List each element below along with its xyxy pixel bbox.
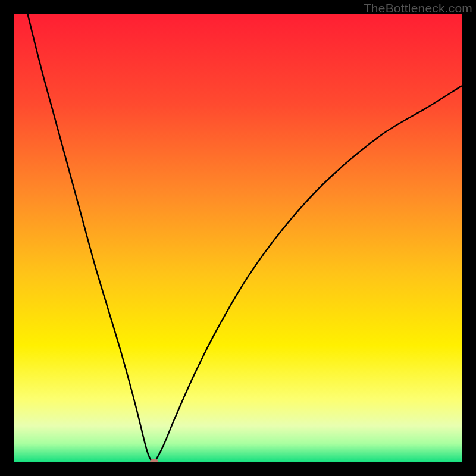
minimum-point-marker [150, 459, 158, 462]
curve-layer [14, 14, 462, 462]
bottleneck-curve [28, 14, 462, 462]
plot-area [14, 14, 462, 462]
watermark-label: TheBottleneck.com [364, 1, 472, 15]
bottleneck-figure: TheBottleneck.com [0, 0, 476, 476]
